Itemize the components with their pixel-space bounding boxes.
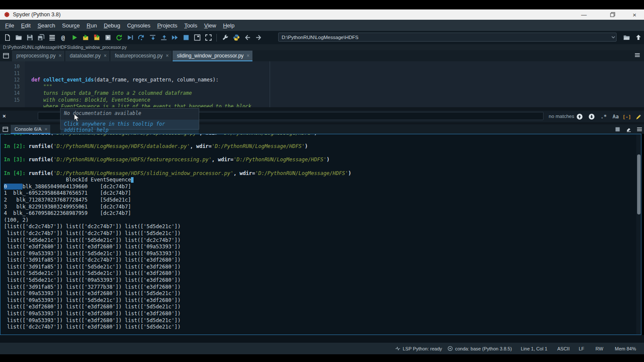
find-previous-icon[interactable] (575, 112, 584, 121)
debug-file-icon[interactable] (125, 32, 136, 43)
status-bar: LSP Python: ready conda: base (Python 3.… (0, 343, 644, 354)
close-find-icon[interactable]: × (3, 113, 6, 119)
maximize-pane-icon[interactable] (191, 32, 203, 43)
tooltip-help-link[interactable]: Click anywhere in this tooltip for addit… (61, 120, 199, 134)
menu-run[interactable]: Run (83, 21, 100, 30)
symbol-finder-icon[interactable]: @ (58, 32, 69, 43)
parent-directory-icon[interactable] (633, 32, 644, 43)
close-console-icon[interactable]: × (45, 127, 48, 132)
restore-icon[interactable] (603, 9, 622, 20)
menu-projects[interactable]: Projects (154, 21, 181, 30)
editor-options-menu-icon[interactable] (634, 52, 641, 58)
console-line: list(['09a53393']) list(['5d5de21c']) li… (4, 250, 641, 257)
console-line: 0 blk_38865049064139660 [dc2c74b7] (4, 184, 641, 190)
console-tab[interactable]: Console 6/A × (11, 125, 50, 134)
browse-directory-icon[interactable] (621, 32, 632, 43)
close-tab-icon[interactable]: × (58, 53, 61, 59)
save-all-icon[interactable] (35, 32, 46, 43)
console-line: list(['5d5de21c']) list(['09a53393']) li… (4, 277, 641, 284)
console-line: list(['e3df2680']) list(['e3df2680']) li… (4, 244, 641, 250)
code-editor[interactable]: 10 11 12def collect_event_ids(data_frame… (0, 61, 644, 107)
encoding-status: ASCII (557, 343, 570, 354)
close-tab-icon[interactable]: × (246, 53, 249, 59)
close-tab-icon[interactable]: × (103, 53, 106, 59)
interrupt-kernel-icon[interactable] (613, 125, 622, 133)
browse-tabs-icon[interactable] (3, 52, 9, 59)
back-icon[interactable] (242, 32, 253, 43)
save-icon[interactable] (24, 32, 35, 43)
menu-file[interactable]: File (2, 21, 18, 30)
debug-continue-icon[interactable] (169, 32, 180, 43)
console-line: 1 blk_-6952295868487656571 [dc2c74b7] (4, 190, 641, 197)
console-line: list(['09a53393']) list(['e3df2680']) li… (4, 290, 641, 297)
menu-edit[interactable]: Edit (18, 21, 34, 30)
title-bar: Spyder (Python 3.8) — × (0, 9, 644, 20)
documentation-tooltip[interactable]: No documentation available Click anywher… (60, 108, 199, 130)
eol-status: LF (579, 343, 584, 354)
debug-stop-icon[interactable] (180, 32, 191, 43)
spyder-logo-icon (4, 12, 10, 18)
browse-consoles-icon[interactable] (2, 126, 9, 133)
editor-tab-bar: preprocessing.py×dataloader.py×featurepr… (0, 50, 644, 61)
console-line: list(['5d5de21c']) list(['5d5de21c']) li… (4, 237, 641, 244)
editor-tab-featureprocessing[interactable]: featureprocessing.py× (110, 51, 171, 61)
editor-line: 15 with columns: BlockId, EventSequence (0, 97, 644, 104)
menu-source[interactable]: Source (59, 21, 83, 30)
close-button[interactable]: × (625, 9, 644, 20)
menu-help[interactable]: Help (219, 21, 238, 30)
highlight-matches-icon[interactable] (634, 112, 643, 121)
next-icon[interactable] (253, 32, 264, 43)
menu-search[interactable]: Search (34, 21, 58, 30)
console-line: list(['5d5de21c']) list(['5d5de21c']) li… (4, 270, 641, 277)
new-file-icon[interactable] (2, 32, 13, 43)
fullscreen-icon[interactable] (203, 32, 214, 43)
rerun-script-icon[interactable] (113, 32, 125, 43)
console-scrollbar-thumb[interactable] (637, 154, 641, 214)
menu-view[interactable]: View (200, 21, 219, 30)
tooltip-message: No documentation available (61, 109, 199, 118)
editor-tab-dataloader[interactable]: dataloader.py× (65, 51, 109, 61)
close-tab-icon[interactable]: × (166, 53, 169, 59)
run-icon[interactable] (69, 32, 80, 43)
chevron-down-icon[interactable] (611, 36, 615, 39)
rerun-cell-icon[interactable] (91, 32, 102, 43)
step-over-icon[interactable] (136, 32, 147, 43)
minimize-button[interactable]: — (574, 9, 593, 20)
menu-consoles[interactable]: Consoles (124, 21, 154, 30)
editor-tab-preprocessing[interactable]: preprocessing.py× (12, 51, 64, 61)
editor-tab-sliding_window_processor[interactable]: sliding_window_processor.py× (173, 51, 252, 61)
console-line: list(['3d91fa85']) list(['5d5de21c']) li… (4, 264, 641, 271)
file-switcher-icon[interactable] (46, 32, 58, 43)
remove-variables-icon[interactable] (624, 125, 633, 133)
console-line: list(['dc2c74b7']) list(['e3df2680']) li… (4, 324, 641, 331)
editor-line: 10 (0, 63, 644, 70)
console-line (4, 150, 641, 157)
cursor-position: Line 1, Col 1 (521, 343, 547, 354)
lsp-status: LSP Python: ready (403, 346, 442, 351)
console-line: 3 blk_8229193803249955061 [dc2c74b7] (4, 204, 641, 211)
preferences-icon[interactable] (219, 32, 231, 43)
menu-debug[interactable]: Debug (100, 21, 124, 30)
working-directory-input[interactable] (278, 33, 617, 42)
conda-icon (447, 346, 453, 351)
step-return-icon[interactable] (158, 32, 169, 43)
step-into-icon[interactable] (147, 32, 158, 43)
console-line: [list(['dc2c74b7']) list(['dc2c74b7']) l… (4, 223, 641, 230)
console-line: list(['dc2c74b7']) list(['dc2c74b7']) li… (4, 230, 641, 237)
open-file-icon[interactable] (13, 32, 24, 43)
whole-word-toggle-icon[interactable]: [-] (623, 112, 631, 121)
find-next-icon[interactable] (587, 112, 596, 121)
ipython-console[interactable]: In [1]: runfile('D:/PythonRUN/LogMessage… (0, 134, 641, 335)
bottom-strip: y (0, 335, 644, 343)
console-line (4, 137, 641, 144)
editor-line: 13 """ (0, 84, 644, 90)
regex-toggle-icon[interactable]: .* (599, 112, 608, 121)
case-sensitive-toggle-icon[interactable]: Aa (611, 112, 620, 121)
menu-tools[interactable]: Tools (181, 21, 200, 30)
run-cell-icon[interactable] (80, 32, 91, 43)
interpreter-status[interactable]: conda: base (Python 3.8.5) (455, 346, 512, 351)
console-line: list(['3d91fa85']) list(['32777b38']) li… (4, 284, 641, 291)
console-options-menu-icon[interactable] (635, 125, 644, 133)
pythonpath-manager-icon[interactable] (231, 32, 242, 43)
run-selection-icon[interactable] (102, 32, 113, 43)
